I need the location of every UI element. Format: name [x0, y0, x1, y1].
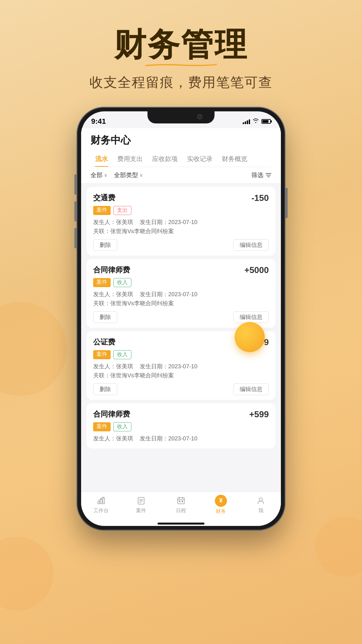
front-camera: [198, 115, 202, 119]
card-top-row-4: 合同律师费 +599: [93, 409, 269, 420]
title-underline: [127, 62, 235, 66]
page-header: 财务中心 流水 费用支出 应收款项 实收记录 财务概览: [81, 128, 281, 167]
svg-rect-4: [100, 499, 102, 504]
tag-case-1: 案件: [93, 206, 111, 215]
card-relation-2: 关联：张世海Vs李晓合同纠纷案: [93, 300, 269, 307]
tab-caiwu[interactable]: 财务概览: [217, 152, 252, 167]
filter-screen-label: 筛选: [251, 171, 263, 179]
tab-yingshou[interactable]: 应收款项: [147, 152, 182, 167]
nav-schedule-label: 日程: [176, 507, 186, 514]
person-info-3: 发生人：张美琪: [93, 363, 133, 370]
nav-finance-label: 财务: [216, 508, 226, 515]
card-top-row-2: 合同律师费 +5000: [93, 265, 269, 275]
nav-cases-label: 案件: [136, 507, 146, 514]
person-info-1: 发生人：张美琪: [93, 218, 133, 226]
tag-income-2: 收入: [113, 278, 131, 287]
file-icon: [136, 495, 146, 506]
card-relation-1: 关联：张世海Vs李晓合同纠纷案: [93, 227, 269, 235]
card-tags-1: 案件 支出: [93, 206, 269, 215]
filter-screen-btn[interactable]: 筛选: [251, 171, 272, 179]
card-info-1: 发生人：张美琪 发生日期：2023-07-10: [93, 218, 269, 226]
delete-btn-2[interactable]: 删除: [93, 311, 117, 323]
battery-icon: [261, 119, 271, 124]
filter-all-label: 全部: [90, 171, 103, 179]
edit-btn-2[interactable]: 编辑信息: [233, 311, 269, 323]
filter-type-label: 全部类型: [114, 171, 138, 179]
orange-ball-decoration: [235, 322, 265, 352]
wifi-icon: [253, 118, 259, 124]
phone-notch: [147, 111, 215, 123]
tag-case-3: 案件: [93, 350, 111, 359]
filter-row: 全部 ∨ 全部类型 ∨ 筛选: [81, 167, 281, 183]
sub-title: 收支全程留痕，费用笔笔可查: [0, 73, 362, 92]
phone-frame: 9:41: [77, 107, 285, 530]
chart-icon: [96, 495, 107, 506]
bottom-nav: 工作台 案件: [81, 492, 281, 520]
yen-icon: ¥: [215, 495, 227, 507]
filter-all-btn[interactable]: 全部 ∨: [90, 171, 107, 179]
filter-icon: [265, 172, 272, 178]
card-info-2: 发生人：张美琪 发生日期：2023-07-10: [93, 290, 269, 298]
card-tags-4: 案件 收入: [93, 422, 269, 431]
svg-rect-3: [98, 501, 100, 504]
tab-feiyong[interactable]: 费用支出: [113, 152, 147, 167]
svg-text:¥: ¥: [219, 497, 223, 504]
transaction-card: 交通费 -150 案件 支出 发生人：张美琪 发生日期：2023-07-10 关…: [86, 187, 276, 256]
card-name-1: 交通费: [93, 193, 115, 203]
card-tags-2: 案件 收入: [93, 278, 269, 287]
edit-btn-3[interactable]: 编辑信息: [233, 383, 269, 395]
card-amount-1: -150: [251, 193, 269, 203]
svg-rect-15: [182, 501, 183, 502]
signal-icon: [243, 119, 250, 124]
tabs-row: 流水 费用支出 应收款项 实收记录 财务概览: [90, 152, 272, 167]
status-icons: [243, 118, 271, 124]
card-amount-4: +599: [249, 409, 269, 420]
delete-btn-1[interactable]: 删除: [93, 239, 117, 251]
transaction-card-4: 合同律师费 +599 案件 收入 发生人：张美琪 发生日期：2023-07-10: [86, 403, 276, 448]
chevron-down-icon-2: ∨: [139, 172, 143, 178]
phone-screen: 9:41: [81, 111, 281, 526]
nav-workbench[interactable]: 工作台: [81, 495, 121, 514]
phone-wrapper: 9:41: [77, 107, 285, 537]
nav-cases[interactable]: 案件: [121, 495, 161, 514]
date-info-4: 发生日期：2023-07-10: [140, 435, 197, 442]
date-info-3: 发生日期：2023-07-10: [140, 363, 197, 370]
card-name-4: 合同律师费: [93, 409, 130, 419]
card-actions-2: 删除 编辑信息: [93, 311, 269, 323]
card-name-2: 合同律师费: [93, 265, 130, 275]
card-relation-3: 关联：张世海Vs李晓合同纠纷案: [93, 372, 269, 379]
nav-finance[interactable]: ¥ 财务: [201, 495, 241, 515]
nav-workbench-label: 工作台: [94, 507, 109, 514]
nav-me[interactable]: 我: [241, 495, 281, 514]
tag-income-4: 收入: [113, 422, 131, 431]
delete-btn-3[interactable]: 删除: [93, 383, 117, 395]
card-top-row-1: 交通费 -150: [93, 193, 269, 203]
person-info-4: 发生人：张美琪: [93, 435, 133, 442]
card-actions-1: 删除 编辑信息: [93, 239, 269, 251]
edit-btn-1[interactable]: 编辑信息: [233, 239, 269, 251]
card-info-3: 发生人：张美琪 发生日期：2023-07-10: [93, 363, 269, 370]
tag-income-3: 收入: [113, 350, 131, 359]
home-bar: [158, 523, 204, 525]
bg-circle-left: [0, 302, 67, 396]
transaction-card-2: 合同律师费 +5000 案件 收入 发生人：张美琪 发生日期：2023-07-1…: [86, 259, 276, 328]
page-title: 财务中心: [90, 133, 272, 147]
tag-case-4: 案件: [93, 422, 111, 431]
nav-me-label: 我: [258, 507, 263, 514]
header-area: 财务管理 收支全程留痕，费用笔笔可查: [0, 0, 362, 105]
svg-rect-5: [103, 498, 105, 504]
svg-rect-14: [179, 501, 180, 502]
filter-type-btn[interactable]: 全部类型 ∨: [114, 171, 143, 179]
card-amount-2: +5000: [244, 265, 269, 275]
card-tags-3: 案件 收入: [93, 350, 269, 359]
date-info-2: 发生日期：2023-07-10: [140, 290, 197, 298]
svg-point-17: [259, 498, 262, 501]
svg-rect-10: [178, 498, 184, 504]
tab-shishou[interactable]: 实收记录: [182, 152, 217, 167]
person-icon: [255, 495, 266, 506]
tag-case-2: 案件: [93, 278, 111, 287]
bg-circle-bottom-left: [0, 537, 54, 610]
nav-schedule[interactable]: 日程: [161, 495, 201, 514]
tab-liushui[interactable]: 流水: [90, 152, 113, 167]
date-info-1: 发生日期：2023-07-10: [140, 218, 197, 226]
